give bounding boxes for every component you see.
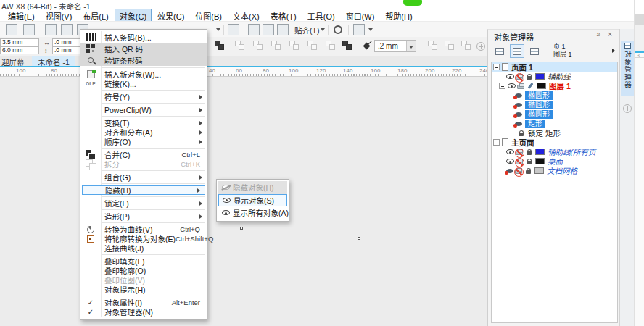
canvas-object-dot[interactable] bbox=[240, 227, 243, 230]
lock-icon[interactable] bbox=[526, 170, 531, 174]
object-x-field[interactable]: 3.5 mm bbox=[0, 38, 39, 46]
print-disabled-icon[interactable] bbox=[516, 75, 523, 80]
canvas-object-dot[interactable] bbox=[358, 237, 360, 240]
hidden-object-eye-icon[interactable] bbox=[515, 122, 522, 126]
lock-icon[interactable] bbox=[527, 76, 532, 80]
menu-item-combine[interactable]: 合并(C) Ctrl+L bbox=[80, 150, 207, 159]
print-disabled-icon[interactable] bbox=[515, 170, 522, 174]
menu-item-join-curves[interactable]: 连接曲线(J) bbox=[80, 243, 207, 253]
weld-icon[interactable] bbox=[235, 41, 247, 52]
object-y-field[interactable]: 6.0 mm bbox=[0, 46, 39, 54]
snap-to-dropdown[interactable]: 贴齐(T) bbox=[294, 25, 319, 35]
outline-width-combo[interactable]: .2 mm bbox=[374, 40, 416, 52]
layer-manager-view-button[interactable] bbox=[527, 44, 542, 58]
tree-row-ellipse-2[interactable]: 椭圆形 bbox=[492, 100, 617, 109]
layer-list-icon bbox=[495, 48, 504, 55]
menu-item-powerclip[interactable]: PowerClip(W) bbox=[80, 105, 207, 114]
menu-item-lock[interactable]: 锁定(L) bbox=[80, 198, 207, 208]
hidden-object-eye-icon[interactable] bbox=[515, 112, 522, 117]
visibility-eye-icon[interactable] bbox=[506, 74, 514, 79]
layer-color-chip[interactable] bbox=[534, 167, 544, 174]
snap-to-caret-icon[interactable] bbox=[321, 28, 325, 31]
layer-color-chip[interactable] bbox=[537, 83, 546, 89]
object-manager-side-tab[interactable]: 对象管理器 bbox=[621, 41, 634, 96]
trim-icon[interactable] bbox=[253, 41, 265, 52]
hidden-object-eye-icon[interactable] bbox=[506, 169, 513, 173]
docker-close-icon[interactable]: × bbox=[608, 31, 612, 38]
tree-row-layer1[interactable]: 图层 1 bbox=[492, 81, 617, 91]
edit-pencil-icon[interactable] bbox=[528, 83, 534, 89]
cut-icon[interactable] bbox=[45, 24, 57, 35]
intersect-icon[interactable] bbox=[271, 41, 283, 52]
menu-item-align-distribute[interactable]: 对齐和分布(A) bbox=[80, 128, 207, 137]
print-disabled-icon[interactable] bbox=[516, 151, 523, 155]
create-boundary-icon[interactable] bbox=[342, 41, 354, 52]
docker-flyout-arrow-icon[interactable] bbox=[612, 49, 615, 53]
visibility-eye-icon[interactable] bbox=[506, 149, 514, 154]
options-gear-icon[interactable] bbox=[334, 25, 342, 34]
menu-item-hide[interactable]: 隐藏(H) bbox=[82, 185, 205, 195]
visibility-eye-icon[interactable] bbox=[506, 159, 514, 164]
front-minus-back-icon[interactable] bbox=[307, 41, 319, 52]
tree-row-document-grid[interactable]: 文档网格 bbox=[492, 166, 617, 175]
submenu-arrow-icon bbox=[199, 214, 202, 219]
tree-row-ellipse-1[interactable]: 椭圆形 bbox=[492, 91, 617, 100]
collapse-expander-icon[interactable] bbox=[493, 139, 500, 146]
lock-icon[interactable] bbox=[519, 133, 524, 136]
menu-item-links[interactable]: OLE 链接(K)... bbox=[80, 79, 207, 88]
fullscreen-preview-icon[interactable] bbox=[228, 24, 239, 35]
application-launcher-icon[interactable] bbox=[353, 24, 365, 35]
collapse-expander-icon[interactable] bbox=[493, 64, 500, 70]
menu-item-order[interactable]: 顺序(O) bbox=[80, 137, 207, 146]
back-minus-front-icon[interactable] bbox=[326, 41, 337, 52]
show-grid-icon[interactable] bbox=[263, 24, 274, 35]
print-disabled-icon[interactable] bbox=[516, 160, 523, 164]
tab-welcome-screen[interactable]: 迎屏幕 bbox=[0, 56, 30, 66]
tree-row-locked-rectangle[interactable]: 锁定 矩形 bbox=[492, 128, 617, 138]
combine-tool-icon[interactable] bbox=[215, 41, 226, 52]
add-docker-icon[interactable] bbox=[623, 104, 632, 113]
menu-item-symbol[interactable]: 符号(Y) bbox=[80, 92, 207, 101]
edit-across-layers-button[interactable] bbox=[510, 44, 524, 58]
layer-color-chip[interactable] bbox=[535, 158, 545, 164]
lock-icon[interactable] bbox=[527, 151, 532, 155]
docker-collapse-icon[interactable]: » bbox=[596, 31, 600, 38]
collapse-expander-icon[interactable] bbox=[499, 83, 505, 89]
simplify-icon[interactable] bbox=[289, 41, 301, 52]
show-guidelines-icon[interactable] bbox=[277, 24, 289, 35]
quick-customize-icon[interactable] bbox=[476, 42, 485, 51]
tree-row-ellipse-3[interactable]: 椭圆形 bbox=[492, 109, 617, 119]
snap-option-3-icon[interactable] bbox=[461, 41, 473, 52]
submenu-item-show-all-objects[interactable]: 显示所有对象(A) bbox=[218, 206, 287, 220]
print-enabled-icon[interactable] bbox=[517, 85, 524, 89]
menu-item-insert-qr[interactable]: 插入 QR 码 bbox=[80, 43, 207, 54]
menu-item-object-hinting[interactable]: 对象提示(H) bbox=[80, 285, 207, 294]
hidden-object-eye-icon[interactable] bbox=[515, 93, 522, 98]
zoom-level-caret-icon[interactable] bbox=[216, 28, 220, 31]
menu-item-insert-barcode[interactable]: 插入条码(B)... bbox=[80, 31, 207, 43]
menu-item-shaping[interactable]: 造形(P) bbox=[80, 212, 207, 221]
print-icon[interactable] bbox=[23, 24, 35, 35]
tab-untitled-1[interactable]: 未命名 -1 bbox=[32, 56, 75, 66]
layer-color-chip[interactable] bbox=[535, 149, 545, 155]
menu-item-object-manager[interactable]: ✓ 对象管理器(N) bbox=[80, 307, 207, 317]
submenu-arrow-icon bbox=[199, 108, 202, 112]
menu-item-validate-barcode[interactable]: 验证条形码 bbox=[80, 54, 207, 66]
copy-icon[interactable] bbox=[61, 24, 73, 35]
visibility-eye-icon[interactable] bbox=[508, 83, 516, 88]
hidden-object-eye-icon[interactable] bbox=[515, 103, 522, 107]
layer-color-chip[interactable] bbox=[535, 73, 545, 80]
launcher-caret-icon[interactable] bbox=[368, 28, 373, 31]
object-menu-dropdown: 插入条码(B)... 插入 QR 码 验证条形码 插入新对象(W)... OLE… bbox=[80, 29, 207, 320]
lock-icon[interactable] bbox=[527, 161, 532, 164]
menubar: 编辑(E) 视图(V) 布局(L) 对象(C) 效果(C) 位图(B) 文本(X… bbox=[0, 10, 634, 21]
submenu-item-show-objects[interactable]: 显示对象(S) bbox=[218, 194, 287, 207]
menu-item-insert-new-object[interactable]: 插入新对象(W)... bbox=[80, 70, 207, 79]
outline-width-caret-icon[interactable] bbox=[406, 41, 416, 51]
snap-option-1-icon[interactable] bbox=[428, 41, 439, 52]
show-rulers-icon[interactable] bbox=[248, 24, 260, 35]
snap-option-2-icon[interactable] bbox=[445, 41, 456, 52]
menu-item-group[interactable]: 组合(G) bbox=[80, 172, 207, 182]
show-object-properties-button[interactable] bbox=[492, 44, 507, 58]
save-icon[interactable] bbox=[6, 24, 17, 35]
